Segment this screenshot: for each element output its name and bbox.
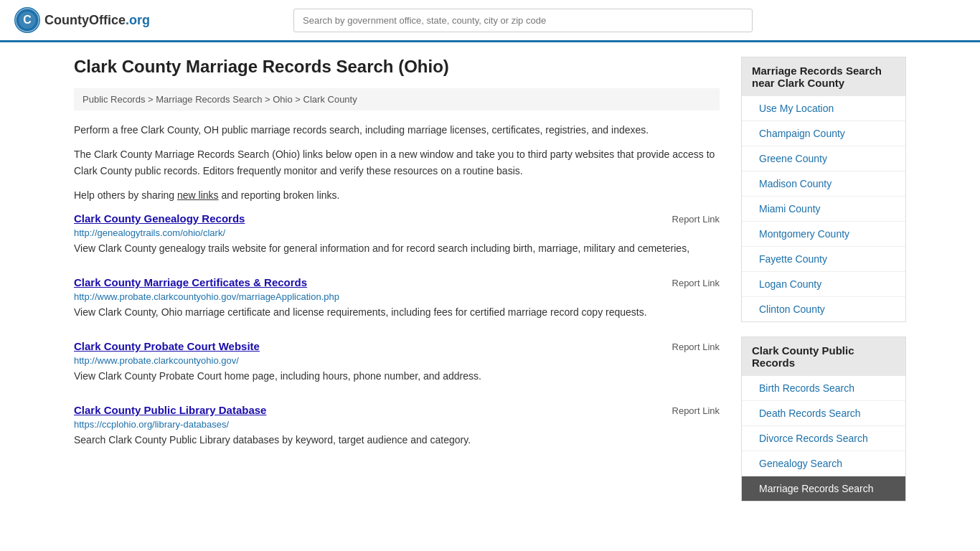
- records-list: Clark County Genealogy Records Report Li…: [74, 212, 720, 451]
- sidebar: Marriage Records Search near Clark Count…: [741, 57, 906, 516]
- report-link-button[interactable]: Report Link: [672, 278, 720, 288]
- breadcrumb-sep3: >: [295, 94, 303, 105]
- record-title-row: Clark County Marriage Certificates & Rec…: [74, 276, 720, 288]
- sidebar-section-nearby-header: Marriage Records Search near Clark Count…: [742, 57, 905, 96]
- svg-text:C: C: [23, 14, 32, 26]
- record-url[interactable]: http://www.probate.clarkcountyohio.gov/: [74, 355, 720, 366]
- breadcrumb-ohio[interactable]: Ohio: [273, 94, 292, 105]
- breadcrumb-sep1: >: [148, 94, 156, 105]
- new-links-link[interactable]: new links: [177, 189, 219, 201]
- record-description: View Clark County, Ohio marriage certifi…: [74, 305, 720, 320]
- page-title: Clark County Marriage Records Search (Oh…: [74, 57, 720, 77]
- sidebar-nearby-item[interactable]: Clinton County: [742, 297, 905, 321]
- report-link-button[interactable]: Report Link: [672, 342, 720, 352]
- report-link-button[interactable]: Report Link: [672, 405, 720, 416]
- breadcrumb-marriage-records[interactable]: Marriage Records Search: [156, 94, 262, 105]
- record-entry: Clark County Marriage Certificates & Rec…: [74, 276, 720, 323]
- sidebar-nearby-item[interactable]: Montgomery County: [742, 222, 905, 247]
- search-bar[interactable]: [293, 9, 753, 32]
- record-title-link[interactable]: Clark County Genealogy Records: [74, 212, 245, 225]
- sidebar-nearby-item[interactable]: Madison County: [742, 171, 905, 197]
- description-2: The Clark County Marriage Records Search…: [74, 146, 720, 179]
- sidebar-section-public-records: Clark County Public Records Birth Record…: [741, 336, 906, 501]
- record-title-link[interactable]: Clark County Probate Court Website: [74, 340, 260, 352]
- sidebar-nearby-item[interactable]: Logan County: [742, 272, 905, 297]
- breadcrumb-clark-county[interactable]: Clark County: [303, 94, 357, 105]
- sidebar-public-records-item[interactable]: Death Records Search: [742, 401, 905, 426]
- breadcrumb-public-records[interactable]: Public Records: [83, 94, 145, 105]
- search-input[interactable]: [293, 9, 753, 32]
- record-entry: Clark County Genealogy Records Report Li…: [74, 212, 720, 259]
- record-title-row: Clark County Genealogy Records Report Li…: [74, 212, 720, 225]
- sidebar-nearby-item[interactable]: Miami County: [742, 197, 905, 222]
- record-description: View Clark County genealogy trails websi…: [74, 241, 720, 256]
- description-1: Perform a free Clark County, OH public m…: [74, 122, 720, 138]
- sidebar-nearby-item[interactable]: Greene County: [742, 146, 905, 171]
- record-entry: Clark County Public Library Database Rep…: [74, 404, 720, 451]
- sidebar-public-items: Birth Records SearchDeath Records Search…: [742, 376, 905, 501]
- report-link-button[interactable]: Report Link: [672, 214, 720, 225]
- record-title-row: Clark County Public Library Database Rep…: [74, 404, 720, 416]
- record-description: Search Clark County Public Library datab…: [74, 433, 720, 448]
- logo-text: CountyOffice.org: [44, 13, 150, 28]
- record-url[interactable]: http://genealogytrails.com/ohio/clark/: [74, 227, 720, 238]
- sidebar-public-records-item[interactable]: Genealogy Search: [742, 451, 905, 476]
- record-url[interactable]: http://www.probate.clarkcountyohio.gov/m…: [74, 291, 720, 302]
- record-url[interactable]: https://ccplohio.org/library-databases/: [74, 419, 720, 430]
- record-description: View Clark County Probate Court home pag…: [74, 369, 720, 384]
- sidebar-nearby-item[interactable]: Use My Location: [742, 96, 905, 121]
- record-title-row: Clark County Probate Court Website Repor…: [74, 340, 720, 352]
- sidebar-public-records-item[interactable]: Birth Records Search: [742, 376, 905, 401]
- sidebar-nearby-items: Use My LocationChampaign CountyGreene Co…: [742, 96, 905, 321]
- record-title-link[interactable]: Clark County Public Library Database: [74, 404, 266, 416]
- sidebar-public-records-item[interactable]: Marriage Records Search: [742, 476, 905, 501]
- record-title-link[interactable]: Clark County Marriage Certificates & Rec…: [74, 276, 307, 288]
- breadcrumb-sep2: >: [265, 94, 273, 105]
- logo[interactable]: C CountyOffice.org: [14, 7, 150, 33]
- record-entry: Clark County Probate Court Website Repor…: [74, 340, 720, 387]
- sidebar-section-nearby: Marriage Records Search near Clark Count…: [741, 57, 906, 322]
- description-3: Help others by sharing new links and rep…: [74, 187, 720, 203]
- breadcrumb: Public Records > Marriage Records Search…: [74, 88, 720, 110]
- sidebar-nearby-item[interactable]: Champaign County: [742, 121, 905, 146]
- sidebar-nearby-item[interactable]: Fayette County: [742, 247, 905, 272]
- logo-icon: C: [14, 7, 40, 33]
- sidebar-section-public-records-header: Clark County Public Records: [742, 337, 905, 376]
- sidebar-public-records-item[interactable]: Divorce Records Search: [742, 426, 905, 451]
